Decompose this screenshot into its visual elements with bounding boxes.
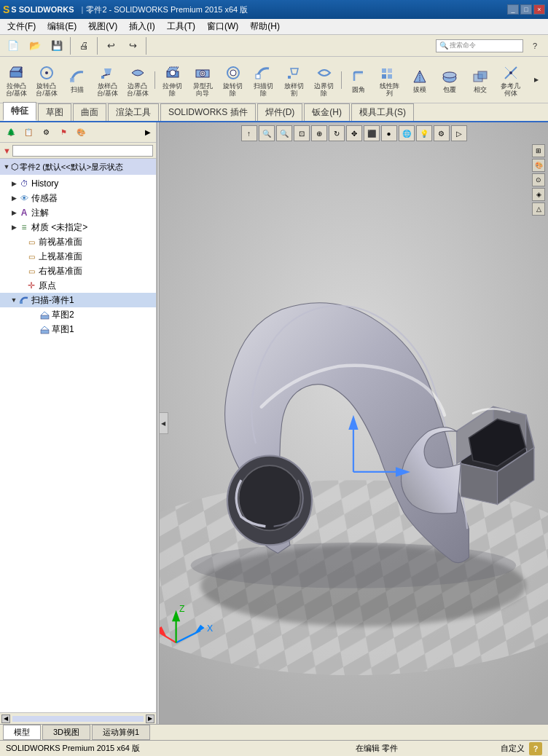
draft-button[interactable]: 拔模 [404,60,434,101]
svg-line-40 [44,326,49,330]
tab-surface[interactable]: 曲面 [73,103,106,121]
tree-item-right-plane[interactable]: ▭ 右视基准面 [0,264,156,278]
save-button[interactable]: 💾 [47,37,67,55]
print-button[interactable]: 🖨 [74,37,94,55]
close-button[interactable]: × [533,4,545,15]
vp-zoom-out-button[interactable]: 🔍 [276,125,292,141]
vp-settings-button[interactable]: ⚙ [434,125,450,141]
menu-window[interactable]: 窗口(W) [201,19,244,34]
tab-motion[interactable]: 运动算例1 [92,725,150,740]
boundary-boss-button[interactable]: 边界凸台/基体 [123,60,153,101]
wrap-button[interactable]: 包覆 [435,60,465,101]
minimize-button[interactable]: _ [507,4,519,15]
rmt-btn-5[interactable]: △ [532,202,545,216]
panel-btn-1[interactable]: 🌲 [3,125,19,141]
tab-addins[interactable]: SOLIDWORKS 插件 [160,103,256,121]
boundary-cut-icon [314,63,334,83]
tree-item-sketch2[interactable]: 草图2 [0,307,156,322]
vp-scene-button[interactable]: 🌐 [399,125,415,141]
panel-more-button[interactable]: ▶ [143,125,153,141]
panel-btn-2[interactable]: 📋 [20,125,36,141]
rmt-btn-1[interactable]: ⊞ [532,144,545,157]
search-box[interactable]: 🔍 搜索命令 [436,39,523,52]
maximize-button[interactable]: □ [520,4,532,15]
tab-feature[interactable]: 特征 [3,102,36,121]
rmt-btn-2[interactable]: 🎨 [532,159,545,172]
reference-geom-button[interactable]: 参考几何体 [496,60,525,101]
vp-play-button[interactable]: ▷ [451,125,467,141]
display-icon: 🎨 [77,128,85,136]
tree-item-origin[interactable]: ✛ 原点 [0,278,156,293]
menu-help[interactable]: 帮助(H) [244,19,286,34]
boundary-cut-button[interactable]: 边界切除 [309,60,339,101]
linear-pattern-button[interactable]: 线性阵列 [375,60,404,101]
extrude-boss-button[interactable]: 拉伸凸台/基体 [1,60,31,101]
svg-rect-22 [388,74,392,79]
sweep-button[interactable]: 扫描 [62,60,92,101]
extrude-cut-button[interactable]: 拉伸切除 [157,60,187,101]
tab-sketch[interactable]: 草图 [38,103,71,121]
panel-collapse-button[interactable]: ◀ [160,412,168,434]
undo-button[interactable]: ↩ [101,37,121,55]
rmt-btn-4[interactable]: ◈ [532,188,545,201]
menu-file[interactable]: 文件(F) [1,19,42,34]
svg-rect-23 [382,68,386,73]
window-controls[interactable]: _ □ × [507,4,545,15]
svg-point-33 [509,71,512,74]
revolve-boss-button[interactable]: 旋转凸台/基体 [32,60,62,101]
menu-edit[interactable]: 编辑(E) [42,19,82,34]
new-button[interactable]: 📄 [3,37,23,55]
help-circle-button[interactable]: ? [529,742,542,755]
tab-sheetmetal[interactable]: 钣金(H) [304,103,350,121]
vp-zoom-in-button[interactable]: 🔍 [259,125,275,141]
vp-zoom-fit-button[interactable]: ⊡ [294,125,310,141]
vp-rotate-button[interactable]: ↻ [329,125,345,141]
panel-btn-3[interactable]: ⚙ [38,125,54,141]
vp-section-button[interactable]: ⬛ [364,125,380,141]
scroll-right-button[interactable]: ▶ [146,714,154,723]
tab-model[interactable]: 模型 [3,725,41,740]
tab-render[interactable]: 渲染工具 [108,103,159,121]
svg-rect-34 [20,301,23,304]
tree-root-item[interactable]: ▼ ⬡ 零件2 (默认<<默认>显示状态 [0,159,156,175]
sensor-label: 传感器 [31,192,58,205]
menu-tools[interactable]: 工具(T) [161,19,201,34]
fillet-button[interactable]: 圆角 [344,60,374,101]
tree-item-sketch1[interactable]: 草图1 [0,322,156,336]
app-name: S SOLIDWORKS [11,5,74,14]
rmt-btn-3[interactable]: ⊙ [532,173,545,186]
scroll-track[interactable] [12,716,144,722]
hole-wizard-button[interactable]: 异型孔向导 [188,60,218,101]
vp-pan-button[interactable]: ✥ [346,125,362,141]
help-button[interactable]: ? [525,39,545,53]
menu-insert[interactable]: 插入(I) [123,19,160,34]
vp-select-button[interactable]: ⊕ [311,125,327,141]
tree-item-top-plane[interactable]: ▭ 上视基准面 [0,249,156,264]
tree-item-sweep[interactable]: ▼ 扫描-薄件1 [0,293,156,307]
panel-btn-5[interactable]: 🎨 [73,125,89,141]
tree-item-sensor[interactable]: ▶ 👁 传感器 [0,191,156,205]
redo-button[interactable]: ↪ [122,37,143,55]
viewport[interactable]: ↑ 🔍 🔍 ⊡ ⊕ ↻ ✥ ⬛ ● 🌐 💡 ⚙ ▷ ⊞ 🎨 ⊙ ◈ △ [160,122,548,724]
loft-cut-button[interactable]: 放样切割 [279,60,309,101]
tree-item-front-plane[interactable]: ▭ 前视基准面 [0,235,156,249]
toolbar-more-button[interactable]: ▶ [526,60,547,101]
tab-3dview[interactable]: 3D视图 [42,725,90,740]
revolve-cut-button[interactable]: 旋转切除 [219,60,248,101]
tree-item-annotation[interactable]: ▶ A 注解 [0,205,156,220]
open-button[interactable]: 📂 [25,37,45,55]
tab-mold[interactable]: 模具工具(S) [351,103,414,121]
vp-orient-button[interactable]: ↑ [241,125,257,141]
panel-btn-4[interactable]: ⚑ [55,125,71,141]
intersect-button[interactable]: 相交 [466,60,496,101]
loft-boss-button[interactable]: 放样凸台/基体 [93,60,122,101]
tree-item-history[interactable]: ▶ ⏱ History [0,176,156,191]
scroll-left-button[interactable]: ◀ [1,714,10,723]
menu-view[interactable]: 视图(V) [82,19,123,34]
sweep-cut-button[interactable]: 扫描切除 [248,60,278,101]
tab-weld[interactable]: 焊件(D) [257,103,303,121]
vp-display-button[interactable]: ● [381,125,397,141]
tree-item-material[interactable]: ▶ ≡ 材质 <未指定> [0,220,156,235]
vp-lights-button[interactable]: 💡 [416,125,432,141]
filter-input[interactable] [12,145,153,157]
